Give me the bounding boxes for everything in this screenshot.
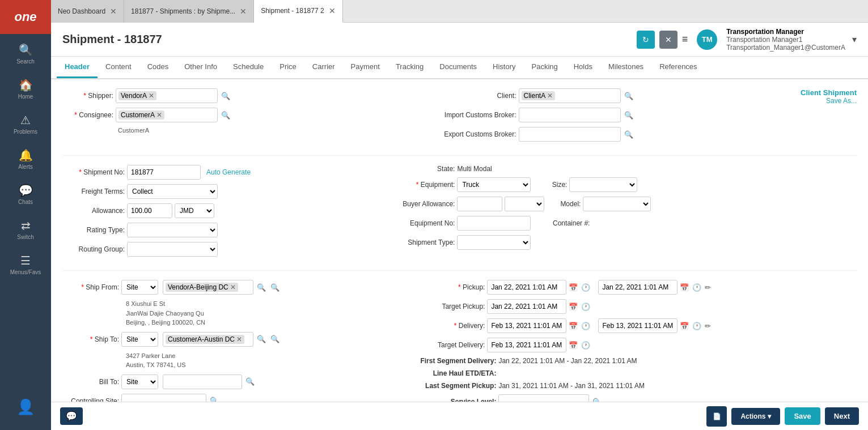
sidebar-item-chats[interactable]: 💬 Chats <box>0 177 51 212</box>
tab-neo-dashboard[interactable]: Neo Dashboard ✕ <box>51 0 124 23</box>
target-delivery-calendar-btn[interactable]: 📅 <box>568 341 579 350</box>
tab-schedule[interactable]: Schedule <box>225 57 272 78</box>
consignee-input[interactable]: CustomerA ✕ <box>116 108 218 122</box>
delivery-date1-input[interactable] <box>487 318 566 333</box>
shipment-type-select[interactable] <box>457 235 531 250</box>
close-button[interactable]: ✕ <box>659 31 678 49</box>
sidebar-item-problems[interactable]: ⚠ Problems <box>0 107 51 142</box>
consignee-tag-close[interactable]: ✕ <box>156 111 162 119</box>
sidebar-item-home[interactable]: 🏠 Home <box>0 71 51 107</box>
ship-from-type-select[interactable]: Site <box>121 280 158 295</box>
close-tab-shipment2[interactable]: ✕ <box>329 6 336 15</box>
tab-content[interactable]: Content <box>98 57 139 78</box>
controlling-site-input[interactable] <box>121 394 206 402</box>
pickup-time2-btn[interactable]: 🕐 <box>691 283 702 292</box>
consignee-search-button[interactable]: 🔍 <box>220 110 231 121</box>
pickup-edit-btn[interactable]: ✏ <box>704 283 712 292</box>
tab-packing[interactable]: Packing <box>523 57 565 78</box>
tab-181877-shipments[interactable]: 181877 - Shipments : by Shipme... ✕ <box>124 0 254 23</box>
freight-terms-select[interactable]: Collect Prepaid Third Party <box>127 184 218 199</box>
delivery-time1-btn[interactable]: 🕐 <box>580 322 591 330</box>
tab-payment[interactable]: Payment <box>343 57 388 78</box>
close-tab-neo[interactable]: ✕ <box>110 7 117 16</box>
sidebar-item-alerts[interactable]: 🔔 Alerts <box>0 142 51 177</box>
rating-type-select[interactable] <box>127 223 218 237</box>
delivery-edit-btn[interactable]: ✏ <box>704 322 712 330</box>
refresh-button[interactable]: ↻ <box>637 31 655 49</box>
next-button[interactable]: Next <box>825 407 859 425</box>
tab-history[interactable]: History <box>485 57 523 78</box>
bill-to-input[interactable] <box>163 374 242 389</box>
delivery-calendar2-btn[interactable]: 📅 <box>679 322 690 330</box>
ship-to-type-select[interactable]: Site <box>121 332 158 347</box>
tab-carrier[interactable]: Carrier <box>304 57 343 78</box>
shipper-search-button[interactable]: 🔍 <box>220 91 231 101</box>
target-delivery-input[interactable] <box>487 338 566 352</box>
save-button[interactable]: Save <box>785 407 820 425</box>
pickup-date2-input[interactable] <box>598 280 678 295</box>
target-pickup-calendar-btn[interactable]: 📅 <box>568 303 579 311</box>
ship-to-tag-close[interactable]: ✕ <box>236 335 242 343</box>
tab-other-info[interactable]: Other Info <box>176 57 225 78</box>
service-level-input[interactable] <box>498 394 589 402</box>
allowance-input[interactable] <box>127 203 172 218</box>
routing-group-select[interactable] <box>127 242 218 257</box>
pickup-date1-input[interactable] <box>487 280 566 295</box>
shipper-tag-close[interactable]: ✕ <box>149 92 154 100</box>
bill-to-search[interactable]: 🔍 <box>244 376 256 387</box>
sidebar-item-menus[interactable]: ☰ Menus/Favs <box>0 247 51 282</box>
sidebar-item-user-avatar[interactable]: 👤 <box>0 391 51 424</box>
buyer-allowance-input[interactable] <box>457 197 502 211</box>
chat-button[interactable]: 💬 <box>60 407 83 425</box>
delivery-time2-btn[interactable]: 🕐 <box>691 322 702 330</box>
document-button[interactable]: 📄 <box>706 406 727 427</box>
export-broker-input[interactable] <box>519 127 621 142</box>
ship-from-tag-close[interactable]: ✕ <box>230 283 236 291</box>
target-pickup-input[interactable] <box>487 299 566 314</box>
tab-header[interactable]: Header <box>57 57 98 78</box>
tab-price[interactable]: Price <box>272 57 304 78</box>
client-input[interactable]: ClientA ✕ <box>519 88 621 103</box>
tab-tracking[interactable]: Tracking <box>388 57 431 78</box>
delivery-calendar1-btn[interactable]: 📅 <box>568 322 579 330</box>
model-select[interactable] <box>583 197 651 211</box>
ship-from-search2[interactable]: 🔍 <box>269 282 281 293</box>
tab-shipment-181877-2[interactable]: Shipment - 181877 2 ✕ <box>254 0 342 23</box>
service-level-search[interactable]: 🔍 <box>591 397 603 402</box>
hamburger-menu-button[interactable]: ≡ <box>682 33 688 45</box>
actions-button[interactable]: Actions ▾ <box>731 408 780 425</box>
bill-to-type-select[interactable]: Site <box>121 374 158 389</box>
ship-to-search2[interactable]: 🔍 <box>269 334 281 344</box>
sidebar-item-switch[interactable]: ⇄ Switch <box>0 212 51 247</box>
auto-generate-link[interactable]: Auto Generate <box>206 168 251 176</box>
pickup-time1-btn[interactable]: 🕐 <box>580 283 591 292</box>
client-search-button[interactable]: 🔍 <box>623 91 634 101</box>
controlling-site-search[interactable]: 🔍 <box>209 395 220 402</box>
allowance-currency-select[interactable]: JMD USD <box>175 203 214 218</box>
sidebar-item-search[interactable]: 🔍 Search <box>0 36 51 71</box>
shipment-no-input[interactable] <box>127 165 201 180</box>
size-select[interactable] <box>569 177 637 192</box>
tab-codes[interactable]: Codes <box>139 57 177 78</box>
ship-from-search1[interactable]: 🔍 <box>256 282 267 293</box>
pickup-calendar2-btn[interactable]: 📅 <box>679 283 690 292</box>
import-broker-input[interactable] <box>519 108 621 122</box>
tab-references[interactable]: References <box>651 57 705 78</box>
buyer-allowance-currency[interactable] <box>505 197 544 211</box>
client-tag-close[interactable]: ✕ <box>547 92 553 100</box>
target-delivery-time-btn[interactable]: 🕐 <box>580 341 591 350</box>
user-dropdown-arrow[interactable]: ▾ <box>852 34 857 45</box>
import-broker-search[interactable]: 🔍 <box>623 110 634 121</box>
equipment-select[interactable]: Truck <box>457 177 531 192</box>
tab-documents[interactable]: Documents <box>431 57 485 78</box>
target-pickup-time-btn[interactable]: 🕐 <box>580 303 591 311</box>
tab-holds[interactable]: Holds <box>566 57 600 78</box>
save-as-link[interactable]: Save As... <box>789 97 857 105</box>
ship-from-site-input[interactable]: VendorA-Beijing DC ✕ <box>163 280 253 295</box>
shipper-input[interactable]: VendorA ✕ <box>116 88 218 103</box>
delivery-date2-input[interactable] <box>598 318 678 333</box>
pickup-calendar1-btn[interactable]: 📅 <box>568 283 579 292</box>
tab-milestones[interactable]: Milestones <box>600 57 651 78</box>
ship-to-site-input[interactable]: CustomerA-Austin DC ✕ <box>163 332 253 347</box>
equipment-no-input[interactable] <box>457 216 531 231</box>
